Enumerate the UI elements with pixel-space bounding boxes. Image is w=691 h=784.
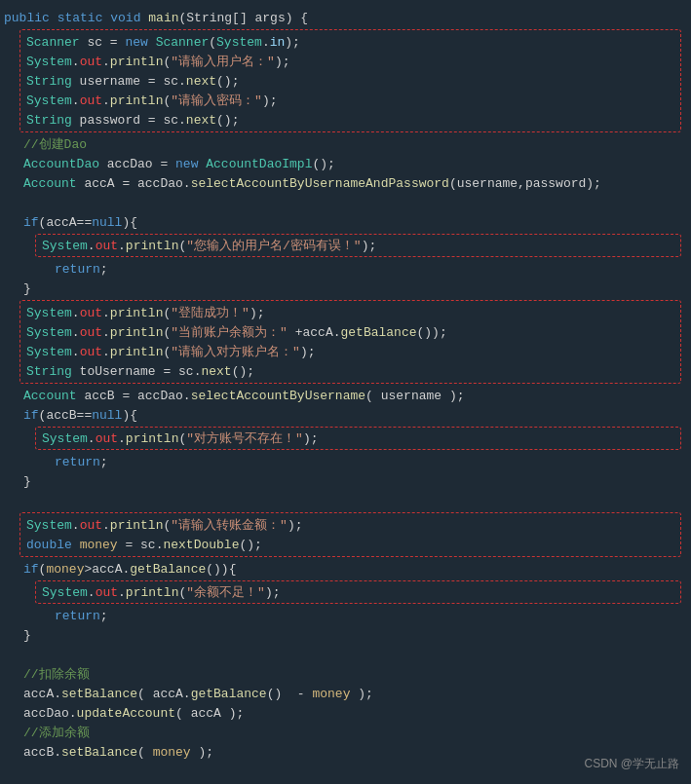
code-line: System . out . println ( "当前账户余额为：" +acc…	[26, 322, 674, 342]
code-line: }	[4, 625, 687, 645]
code-line	[4, 645, 687, 664]
keyword: public	[4, 11, 50, 25]
code-line: double money = sc. nextDouble ();	[26, 535, 674, 554]
code-line: return ;	[4, 259, 687, 279]
code-line: Account accB = accDao. selectAccountByUs…	[4, 386, 687, 405]
code-line: return ;	[4, 452, 687, 471]
code-line: System . out . println ( "请输入用户名：" );	[26, 52, 674, 71]
insufficient-block: System . out . println ( "余额不足！" );	[35, 580, 681, 604]
code-line: //扣除余额	[4, 664, 687, 684]
code-editor: public static void main (String[] args) …	[0, 0, 691, 784]
code-line: //添加余额	[4, 723, 687, 742]
code-line: String toUsername = sc. next ();	[26, 361, 674, 381]
code-line: Account accA = accDao. selectAccountByUs…	[4, 173, 687, 193]
code-line: //创建Dao	[4, 134, 687, 154]
other-null-block: System . out . println ( "对方账号不存在！" );	[35, 427, 681, 450]
code-line: AccountDao accDao = new AccountDaoImpl (…	[4, 154, 687, 173]
code-line: }	[4, 279, 687, 298]
code-line: if (accB== null ){	[4, 405, 687, 425]
code-line: System . out . println ( "请输入对方账户名：" );	[26, 342, 674, 361]
scanner-block: Scanner sc = new Scanner ( System . in )…	[19, 29, 681, 132]
code-line: if ( money >accA. getBalance ()){	[4, 559, 687, 579]
watermark: CSDN @学无止路	[584, 756, 679, 772]
code-line: String password = sc. next ();	[26, 110, 674, 130]
code-line: public static void main (String[] args) …	[4, 8, 687, 27]
login-error-block: System . out . println ( "您输入的用户名/密码有误！"…	[35, 234, 681, 257]
code-line: return ;	[4, 606, 687, 625]
code-line	[4, 491, 687, 510]
code-line: System . out . println ( "您输入的用户名/密码有误！"…	[42, 236, 674, 255]
code-line: }	[4, 471, 687, 491]
code-line: accDao. updateAccount ( accA );	[4, 703, 687, 723]
code-line: accA. setBalance ( accA. getBalance () -…	[4, 684, 687, 703]
code-line: System . out . println ( "登陆成功！" );	[26, 303, 674, 322]
transfer-block: System . out . println ( "请输入转账金额：" ); d…	[19, 512, 681, 557]
code-line: System . out . println ( "请输入密码：" );	[26, 91, 674, 110]
code-line: System . out . println ( "对方账号不存在！" );	[42, 429, 674, 448]
code-line: Scanner sc = new Scanner ( System . in )…	[26, 32, 674, 52]
code-line	[4, 193, 687, 212]
code-line: System . out . println ( "余额不足！" );	[42, 582, 674, 602]
login-success-block: System . out . println ( "登陆成功！" ); Syst…	[19, 300, 681, 384]
code-line: String username = sc. next ();	[26, 71, 674, 91]
code-line: System . out . println ( "请输入转账金额：" );	[26, 515, 674, 535]
code-line: if (accA== null ){	[4, 212, 687, 232]
